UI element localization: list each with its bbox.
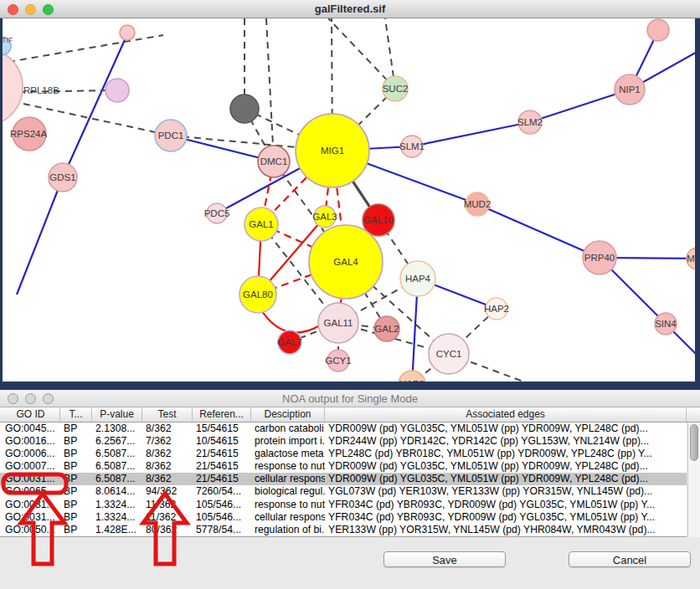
cell-6: YGL073W (pd) YER103W, YER133W (pp) YOR31… [325, 485, 687, 498]
node-SIN4[interactable]: SIN4 [655, 313, 677, 335]
node-GAL7-label: GAL7 [277, 337, 301, 347]
table-row[interactable]: GO:0050...BP1.428E...80/3625778/54...reg… [0, 524, 687, 536]
scrollbar-thumb[interactable] [690, 424, 698, 461]
window-title: galFiltered.sif [0, 0, 700, 18]
node-PRP40-label: PRP40 [584, 253, 615, 263]
noa-window-titlebar[interactable]: NOA output for Single Mode [0, 390, 700, 407]
node-gray[interactable] [230, 95, 259, 123]
cell-1: BP [60, 485, 92, 498]
node-DMC1[interactable]: DMC1 [258, 146, 290, 177]
cell-4: 10/54615 [193, 435, 251, 448]
canvas-right-border [695, 18, 700, 382]
cell-2: 6.5087... [92, 460, 142, 473]
column-header-desciption[interactable]: Desciption [251, 407, 325, 422]
cell-2: 2.1308... [92, 423, 142, 435]
node-PDC1[interactable]: PDC1 [155, 120, 187, 151]
node-SLM2[interactable]: SLM2 [517, 110, 543, 134]
node-GAL80-label: GAL80 [243, 289, 273, 300]
node-GDS1[interactable]: GDS1 [49, 163, 77, 192]
node-NIP1[interactable]: NIP1 [615, 74, 645, 105]
node-unnamed-left[interactable] [0, 48, 23, 126]
cell-4: 5778/54... [193, 524, 251, 536]
node-GAL3-label: GAL3 [312, 212, 337, 222]
node-GAL11-label: GAL11 [324, 318, 353, 328]
node-RPS24A[interactable]: RPS24A [10, 117, 47, 151]
cell-6: YDR009W (pd) YGL035C, YML051W (pp) YDR00… [325, 473, 687, 485]
edge-blue [17, 177, 63, 294]
node-GAL10[interactable]: GAL10 [363, 204, 394, 236]
table-row[interactable]: GO:0045...BP2.1308...8/36215/54615carbon… [0, 423, 687, 435]
column-header-p-value[interactable]: P-value [92, 407, 142, 422]
table-row[interactable]: GO:0031...BP1.3324...11/362105/546...cel… [0, 511, 687, 524]
node-GAL7[interactable]: GAL7 [277, 330, 301, 354]
node-topright-pink[interactable] [647, 19, 669, 41]
column-header-go-id[interactable]: GO ID [2, 407, 60, 422]
node-GAL2[interactable]: GAL2 [374, 316, 399, 341]
cell-2: 8.0614... [92, 485, 142, 498]
node-GAL3[interactable]: GAL3 [312, 206, 337, 228]
table-row[interactable]: GO:0031...BP6.5087...8/36221/54615cellul… [0, 473, 687, 485]
cell-3: 7/362 [142, 435, 193, 448]
cancel-button[interactable]: Cancel [569, 551, 691, 567]
window-title: NOA output for Single Mode [0, 390, 700, 407]
node-HAP4[interactable]: HAP4 [400, 261, 435, 296]
node-MIG1[interactable]: MIG1 [296, 114, 369, 187]
network-window-titlebar[interactable]: galFiltered.sif [0, 0, 700, 18]
column-header-t-[interactable]: T... [60, 407, 92, 422]
node-MUD2[interactable]: MUD2 [464, 192, 492, 216]
node-GAL4[interactable]: GAL4 [309, 225, 383, 299]
cell-4: 21/54615 [193, 460, 251, 473]
cell-1: BP [60, 448, 92, 460]
edge-gray [8, 35, 163, 62]
cell-5: cellular respons... [251, 473, 325, 485]
node-HAP2[interactable]: HAP2 [484, 298, 509, 320]
network-canvas[interactable]: RPL18BRPS24AGDS1PDC1DMC1SUC2MIG1SLM1SLM2… [0, 18, 700, 382]
table-row[interactable]: GO:0007...BP6.5087...8/36221/54615respon… [0, 460, 687, 473]
node-PRP40[interactable]: PRP40 [583, 241, 616, 274]
table-row[interactable]: GO:0065...BP8.0614...94/3627260/54...bio… [0, 485, 687, 498]
column-header-test[interactable]: Test [142, 407, 193, 422]
cell-1: BP [60, 460, 92, 473]
noa-output-window: NOA output for Single Mode GO IDT...P-va… [0, 390, 700, 589]
cell-0: GO:0045... [2, 423, 60, 435]
node-HAP2-label: HAP2 [484, 304, 509, 314]
cell-1: BP [60, 473, 92, 485]
column-header-referen-[interactable]: Referen... [193, 407, 251, 422]
node-SUC2[interactable]: SUC2 [383, 76, 409, 101]
node-HAP3[interactable]: HAP3 [399, 371, 425, 382]
cell-3: 8/362 [142, 423, 193, 435]
column-header-associated-edges[interactable]: Associated edges [325, 407, 687, 422]
node-GAL1[interactable]: GAL1 [244, 207, 278, 241]
cell-4: 21/54615 [193, 473, 251, 485]
node-SLM1-label: SLM1 [399, 141, 425, 151]
node-GCY1-label: GCY1 [325, 356, 351, 366]
cell-6: YDR244W (pp) YDR142C, YDR142C (pp) YGL15… [325, 435, 687, 448]
node-SLM1[interactable]: SLM1 [399, 136, 425, 157]
cell-5: biological regul... [251, 485, 325, 498]
cell-0: GO:0016... [2, 435, 60, 448]
cell-5: response to nut... [251, 499, 325, 511]
node-RPL18B[interactable]: RPL18B [23, 79, 129, 102]
table-row[interactable]: GO:0031...BP1.3324...11/362105/546...res… [0, 499, 687, 511]
table-body: GO:0045...BP2.1308...8/36215/54615carbon… [0, 423, 687, 537]
save-button[interactable]: Save [383, 551, 506, 567]
node-PDC5[interactable]: PDC5 [204, 203, 230, 223]
cell-4: 15/54615 [193, 423, 251, 435]
cell-3: 8/362 [142, 460, 193, 473]
cell-5: protein import i... [251, 435, 325, 448]
table-row[interactable]: GO:0006...BP6.5087...8/36221/54615galact… [0, 448, 687, 460]
node-GAL80[interactable]: GAL80 [239, 276, 276, 313]
node-CYC1[interactable]: CYC1 [429, 334, 469, 374]
cell-5: response to nut... [251, 460, 325, 473]
table-row[interactable]: GO:0016...BP6.2567...7/36210/54615protei… [0, 435, 687, 448]
network-window: galFiltered.sif RPL18BRPS24AGDS1PDC1DMC1… [0, 0, 700, 382]
vertical-scrollbar[interactable] [687, 423, 700, 537]
node-GAL11[interactable]: GAL11 [318, 303, 358, 343]
node-SLM2-label: SLM2 [517, 117, 543, 127]
cell-6: YDR009W (pd) YGL035C, YML051W (pp) YDR00… [325, 423, 687, 435]
node-PDC5-label: PDC5 [204, 208, 230, 218]
node-top-pink[interactable] [120, 25, 135, 40]
node-GCY1[interactable]: GCY1 [325, 350, 351, 371]
cell-4: 105/546... [193, 511, 251, 524]
cell-1: BP [60, 435, 92, 448]
